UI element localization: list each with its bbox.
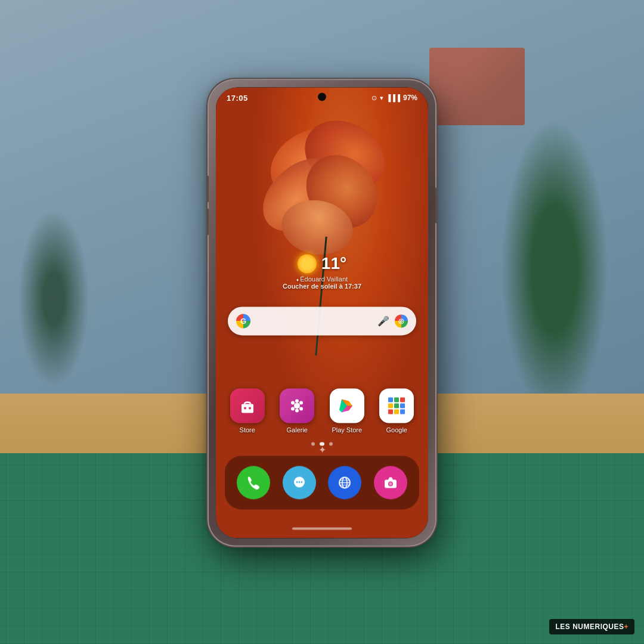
camera-icon xyxy=(374,466,407,499)
svg-point-14 xyxy=(301,481,302,483)
dock-phone[interactable] xyxy=(237,466,270,499)
svg-rect-0 xyxy=(242,404,253,413)
phone-call-icon xyxy=(237,466,270,499)
app-item-google[interactable]: Google xyxy=(374,388,420,434)
svg-point-13 xyxy=(298,481,300,483)
svg-point-23 xyxy=(389,482,392,485)
volume-down-button[interactable] xyxy=(206,208,209,235)
browser-icon xyxy=(328,466,361,499)
wifi-icon: ▾ xyxy=(380,94,383,102)
background-plant-right xyxy=(501,119,608,417)
status-icons: ⊙ ▾ ▐▐▐ 97% xyxy=(371,94,417,102)
battery-indicator: 97% xyxy=(403,94,417,102)
app-grid: Store xyxy=(225,388,419,434)
phone-device: 17:05 ⊙ ▾ ▐▐▐ 97% 11° Édouard Vaillant xyxy=(209,80,435,545)
svg-point-6 xyxy=(299,407,303,410)
weather-sun-icon xyxy=(298,254,317,273)
svg-point-4 xyxy=(295,399,299,402)
watermark: LES NUMERIQUES+ xyxy=(549,619,634,634)
dock-internet[interactable] xyxy=(328,466,361,499)
weather-widget[interactable]: 11° Édouard Vaillant Coucher de soleil à… xyxy=(283,254,361,290)
bottom-dock xyxy=(225,456,419,509)
weather-temp-row: 11° xyxy=(283,254,361,273)
google-label: Google xyxy=(386,426,407,434)
app-item-store[interactable]: Store xyxy=(225,388,270,434)
weather-location: Édouard Vaillant xyxy=(283,275,361,283)
weather-sunset: Coucher de soleil à 17:37 xyxy=(283,283,361,290)
google-lens-icon[interactable]: ◎ xyxy=(395,314,408,327)
messages-icon xyxy=(283,466,316,499)
google-search-bar[interactable]: G 🎤 ◎ xyxy=(228,306,416,335)
store-icon xyxy=(230,388,265,423)
phone-screen: 17:05 ⊙ ▾ ▐▐▐ 97% 11° Édouard Vaillant xyxy=(216,87,428,538)
volume-up-button[interactable] xyxy=(206,175,209,202)
google-mic-icon[interactable]: 🎤 xyxy=(377,314,390,327)
google-app-icon xyxy=(379,388,414,423)
app-item-playstore[interactable]: Play Store xyxy=(324,388,370,434)
phone-body: 17:05 ⊙ ▾ ▐▐▐ 97% 11° Édouard Vaillant xyxy=(209,80,435,545)
page-dot-3 xyxy=(329,442,333,445)
app-item-galerie[interactable]: Galerie xyxy=(275,388,320,434)
status-time: 17:05 xyxy=(227,94,248,103)
power-button[interactable] xyxy=(435,187,438,223)
galerie-label: Galerie xyxy=(287,426,308,434)
svg-point-8 xyxy=(291,407,295,410)
home-indicator[interactable] xyxy=(292,527,352,530)
svg-marker-21 xyxy=(388,477,393,479)
svg-point-5 xyxy=(299,401,303,404)
watermark-plus: + xyxy=(624,623,628,631)
location-icon: ⊙ xyxy=(371,94,377,102)
scene: 17:05 ⊙ ▾ ▐▐▐ 97% 11° Édouard Vaillant xyxy=(0,0,644,644)
svg-point-7 xyxy=(295,408,299,412)
galerie-icon xyxy=(280,388,314,423)
background-wall-art xyxy=(429,48,525,125)
svg-point-1 xyxy=(244,407,246,409)
svg-point-9 xyxy=(291,401,295,404)
playstore-icon xyxy=(330,388,364,423)
signal-icon: ▐▐▐ xyxy=(386,94,400,101)
dock-messages[interactable] xyxy=(283,466,316,499)
store-label: Store xyxy=(240,426,255,434)
google-grid xyxy=(388,397,405,414)
assistant-sparkle-icon: ✦ xyxy=(318,444,326,456)
dock-camera[interactable] xyxy=(374,466,407,499)
google-g-logo: G xyxy=(236,314,250,328)
weather-temperature: 11° xyxy=(321,254,346,273)
page-dot-1 xyxy=(311,442,315,445)
front-camera xyxy=(318,93,326,100)
svg-point-3 xyxy=(294,402,300,408)
svg-point-12 xyxy=(296,481,298,483)
background-plant-left xyxy=(18,209,89,388)
svg-point-2 xyxy=(249,407,251,409)
playstore-label: Play Store xyxy=(332,426,362,434)
